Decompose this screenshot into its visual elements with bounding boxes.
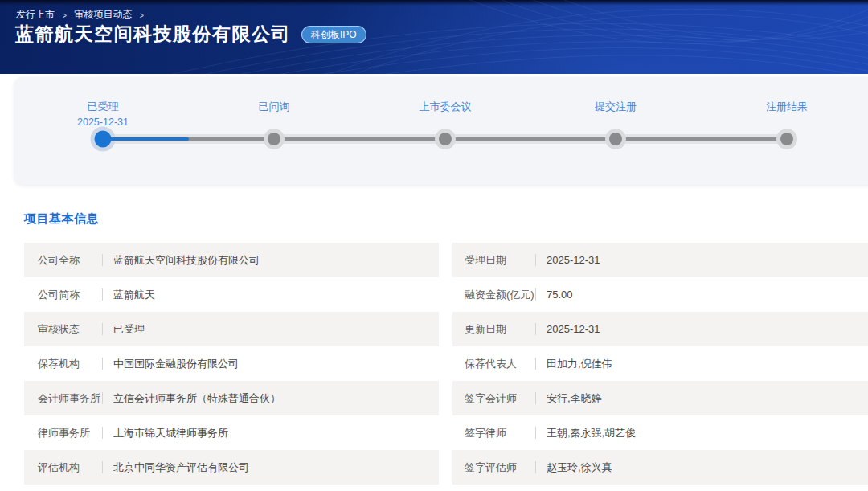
label-value-divider: [102, 358, 103, 370]
info-row: 公司简称 蓝箭航天: [24, 277, 439, 312]
chevron-right-icon: >: [63, 10, 67, 20]
project-info-grid: 公司全称 蓝箭航天空间科技股份有限公司 公司简称 蓝箭航天 审核状态 已受理 保…: [0, 243, 868, 485]
info-label: 融资金额(亿元): [452, 288, 535, 302]
info-label: 保荐机构: [24, 357, 102, 371]
timeline-stage: 提交注册: [543, 100, 688, 117]
info-row: 融资金额(亿元) 75.00: [452, 277, 868, 312]
info-value: 立信会计师事务所（特殊普通合伙）: [113, 391, 280, 406]
info-row: 保荐机构 中国国际金融股份有限公司: [24, 346, 439, 381]
info-label: 签字律师: [452, 426, 535, 440]
info-label: 签字会计师: [452, 391, 535, 406]
info-value: 中国国际金融股份有限公司: [113, 357, 239, 371]
stage-label: 上市委会议: [373, 100, 518, 114]
chevron-right-icon: >: [140, 10, 144, 20]
stage-node-icon: [776, 129, 797, 149]
label-value-divider: [535, 427, 536, 439]
info-label: 更新日期: [452, 322, 535, 337]
info-row: 签字律师 王朝,秦永强,胡艺俊: [452, 415, 868, 450]
label-value-divider: [535, 358, 536, 370]
stage-label: 注册结果: [714, 100, 859, 114]
page-header: 发行上市 > 审核项目动态 > 蓝箭航天空间科技股份有限公司 科创板IPO: [0, 0, 868, 74]
page-title: 蓝箭航天空间科技股份有限公司: [15, 22, 291, 47]
info-row: 评估机构 北京中同华资产评估有限公司: [24, 450, 439, 485]
info-value: 北京中同华资产评估有限公司: [113, 460, 249, 475]
info-row: 保荐代表人 田加力,倪佳伟: [452, 346, 868, 381]
info-value: 安行,李晓婷: [547, 391, 602, 406]
info-row: 受理日期 2025-12-31: [452, 243, 868, 277]
stage-label: 提交注册: [543, 100, 688, 114]
title-row: 蓝箭航天空间科技股份有限公司 科创板IPO: [15, 22, 366, 47]
info-column-left: 公司全称 蓝箭航天空间科技股份有限公司 公司简称 蓝箭航天 审核状态 已受理 保…: [24, 243, 439, 485]
info-value: 已受理: [113, 322, 145, 337]
label-value-divider: [102, 392, 103, 404]
timeline-stages: 已受理 2025-12-31 已问询 上市委会议 提交注册: [14, 77, 868, 185]
label-value-divider: [102, 427, 103, 439]
info-label: 审核状态: [24, 322, 102, 337]
info-value: 75.00: [547, 288, 573, 301]
label-value-divider: [102, 461, 103, 473]
timeline-stage: 上市委会议: [373, 100, 518, 117]
timeline-stage: 已受理 2025-12-31: [31, 100, 175, 128]
info-value: 王朝,秦永强,胡艺俊: [547, 426, 636, 440]
stage-node-icon: [605, 129, 626, 149]
timeline-progress-line: [103, 137, 189, 141]
info-row: 更新日期 2025-12-31: [452, 312, 868, 346]
info-row: 律师事务所 上海市锦天城律师事务所: [24, 415, 439, 450]
info-value: 蓝箭航天: [113, 288, 155, 302]
timeline-stage: 已问询: [202, 100, 346, 117]
header-top-shade: [0, 0, 868, 6]
info-value: 赵玉玲,徐兴真: [547, 460, 612, 475]
section-title-basic-info: 项目基本信息: [24, 211, 868, 227]
info-value: 2025-12-31: [547, 323, 600, 335]
label-value-divider: [102, 323, 103, 335]
info-row: 公司全称 蓝箭航天空间科技股份有限公司: [24, 243, 439, 277]
info-label: 受理日期: [452, 253, 535, 268]
breadcrumb: 发行上市 > 审核项目动态 >: [16, 8, 145, 22]
review-progress-panel: 已受理 2025-12-31 已问询 上市委会议 提交注册: [14, 77, 868, 185]
info-row: 签字会计师 安行,李晓婷: [452, 381, 868, 415]
info-label: 律师事务所: [24, 426, 102, 440]
info-row: 会计师事务所 立信会计师事务所（特殊普通合伙）: [24, 381, 439, 415]
info-label: 签字评估师: [452, 460, 535, 475]
info-value: 上海市锦天城律师事务所: [113, 426, 228, 440]
label-value-divider: [102, 288, 103, 301]
info-label: 公司简称: [24, 288, 102, 302]
stage-label: 已问询: [202, 100, 346, 114]
info-row: 签字评估师 赵玉玲,徐兴真: [452, 450, 868, 485]
info-label: 公司全称: [24, 253, 102, 268]
info-row: 审核状态 已受理: [24, 312, 439, 346]
info-label: 会计师事务所: [24, 391, 102, 406]
breadcrumb-item-review-dynamics[interactable]: 审核项目动态: [74, 8, 132, 22]
label-value-divider: [535, 392, 536, 404]
label-value-divider: [102, 254, 103, 266]
label-value-divider: [535, 288, 536, 301]
label-value-divider: [535, 254, 536, 266]
info-value: 田加力,倪佳伟: [547, 357, 612, 371]
info-value: 2025-12-31: [547, 254, 600, 266]
board-ipo-badge: 科创板IPO: [301, 26, 366, 43]
info-column-right: 受理日期 2025-12-31 融资金额(亿元) 75.00 更新日期 2025…: [452, 243, 868, 485]
info-value: 蓝箭航天空间科技股份有限公司: [113, 253, 260, 268]
label-value-divider: [535, 461, 536, 473]
timeline-stage: 注册结果: [714, 100, 859, 117]
stage-label: 已受理: [31, 100, 175, 114]
info-label: 评估机构: [24, 460, 102, 475]
info-label: 保荐代表人: [452, 357, 535, 371]
stage-node-icon: [264, 129, 285, 149]
label-value-divider: [535, 323, 536, 335]
breadcrumb-item-issuance[interactable]: 发行上市: [16, 8, 55, 22]
stage-node-icon: [435, 129, 456, 149]
